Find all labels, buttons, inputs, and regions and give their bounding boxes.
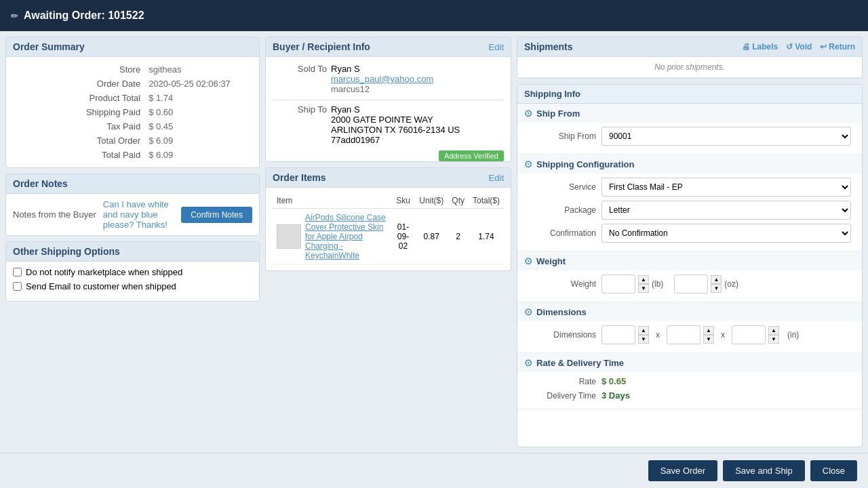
weight-body: Weight ▲ ▼ (lb) ▲ — [517, 270, 862, 302]
order-notes-body: Notes from the Buyer Can I have white an… — [6, 194, 259, 235]
row-label: Order Date — [13, 77, 144, 91]
dim2-up[interactable]: ▲ — [703, 326, 714, 335]
dim1-down[interactable]: ▼ — [638, 335, 649, 344]
weight-oz-spinners: ▲ ▼ — [711, 275, 722, 293]
ship-from-select[interactable]: 90001 — [601, 127, 851, 146]
ship-config-arrow-icon: ⊙ — [524, 159, 532, 169]
rate-delivery-body: Rate $ 0.65 Delivery Time 3 Days — [517, 372, 862, 409]
row-value: $ 1.74 — [144, 91, 252, 105]
item-name: AirPods Silicone Case Cover Protective S… — [305, 213, 387, 260]
return-button[interactable]: ↩ Return — [820, 42, 855, 52]
row-value: $ 0.45 — [144, 119, 252, 134]
main-content: Order Summary StoresgitheasOrder Date202… — [0, 31, 868, 453]
items-table: ItemSkuUnit($)QtyTotal($) AirPods Silico… — [273, 193, 504, 265]
save-order-button[interactable]: Save Order — [648, 460, 717, 481]
shipments-header: Shipments 🖨 Labels ↺ Void ↩ Return — [517, 37, 862, 57]
sold-to-section: Sold To Ryan S marcus_paul@yahoo.com mar… — [273, 64, 504, 94]
dim1-up[interactable]: ▲ — [638, 326, 649, 335]
rate-delivery-section: ⊙ Rate & Delivery Time Rate $ 0.65 Deliv… — [517, 353, 862, 409]
checkbox-row-1: Do not notify marketplace when shipped — [13, 267, 252, 277]
order-summary-row: Total Paid$ 6.09 — [13, 148, 252, 162]
dimensions-arrow-icon: ⊙ — [524, 306, 532, 317]
shipping-info-header: Shipping Info — [517, 85, 862, 104]
package-row: Package Letter — [528, 201, 851, 220]
dim3-down[interactable]: ▼ — [768, 335, 779, 344]
ship-from-section-title: Ship From — [536, 108, 580, 119]
table-row: AirPods Silicone Case Cover Protective S… — [273, 209, 504, 265]
row-label: Shipping Paid — [13, 105, 144, 119]
ship-from-body: Ship From 90001 — [517, 123, 862, 154]
ship-config-section-title: Shipping Configuration — [536, 159, 634, 169]
dim2-down[interactable]: ▼ — [703, 335, 714, 344]
buyer-edit-button[interactable]: Edit — [489, 42, 504, 52]
shipping-info-title: Shipping Info — [524, 89, 580, 99]
weight-section-header: ⊙ Weight — [517, 251, 862, 270]
order-summary-row: Order Date2020-05-25 02:06:37 — [13, 77, 252, 91]
weight-oz-input[interactable] — [674, 274, 708, 293]
weight-lb-input[interactable] — [601, 274, 635, 293]
weight-section: ⊙ Weight Weight ▲ ▼ (lb) — [517, 251, 862, 302]
other-shipping-panel: Other Shipping Options Do not notify mar… — [5, 241, 260, 302]
dim2-input[interactable] — [667, 325, 701, 344]
ship-to-label: Ship To — [273, 104, 327, 145]
dim1-input[interactable] — [601, 325, 635, 344]
shipments-title: Shipments — [524, 41, 573, 52]
no-notify-checkbox[interactable] — [13, 268, 22, 277]
column-header: Qty — [448, 193, 469, 209]
order-summary-row: Total Order$ 6.09 — [13, 134, 252, 148]
sold-to-username: marcus12 — [331, 84, 433, 94]
void-button[interactable]: ↺ Void — [786, 42, 812, 52]
order-summary-table: StoresgitheasOrder Date2020-05-25 02:06:… — [13, 62, 252, 162]
confirm-notes-button[interactable]: Confirm Notes — [181, 207, 252, 223]
weight-lb-down[interactable]: ▼ — [638, 284, 649, 293]
weight-lb-up[interactable]: ▲ — [638, 275, 649, 284]
qty-cell: 2 — [448, 209, 469, 265]
ship-from-arrow-icon: ⊙ — [524, 108, 532, 119]
ship-to-details: Ryan S 2000 GATE POINTE WAY ARLINGTON TX… — [331, 104, 460, 145]
total-cell: 1.74 — [469, 209, 504, 265]
notes-row: Notes from the Buyer Can I have white an… — [13, 199, 252, 230]
order-summary-title: Order Summary — [13, 41, 85, 52]
confirmation-row: Confirmation No Confirmation — [528, 224, 851, 243]
buyer-info-title: Buyer / Recipient Info — [273, 41, 370, 52]
row-value: $ 0.60 — [144, 105, 252, 119]
dim3-input[interactable] — [732, 325, 766, 344]
close-button[interactable]: Close — [810, 460, 857, 481]
delivery-time-label: Delivery Time — [528, 391, 596, 401]
dim1-spinners: ▲ ▼ — [638, 326, 649, 344]
labels-button[interactable]: 🖨 Labels — [742, 42, 778, 52]
package-select[interactable]: Letter — [601, 201, 851, 220]
order-summary-panel: Order Summary StoresgitheasOrder Date202… — [5, 37, 260, 168]
order-items-panel: Order Items Edit ItemSkuUnit($)QtyTotal(… — [265, 167, 511, 271]
dim3-up[interactable]: ▲ — [768, 326, 779, 335]
sold-to-name: Ryan S — [331, 64, 433, 74]
service-select[interactable]: First Class Mail - EP — [601, 178, 851, 197]
ship-to-address2: ARLINGTON TX 76016-2134 US — [331, 125, 460, 135]
rate-delivery-section-header: ⊙ Rate & Delivery Time — [517, 353, 862, 372]
sold-to-label: Sold To — [273, 64, 327, 94]
items-edit-button[interactable]: Edit — [489, 173, 504, 183]
row-label: Product Total — [13, 91, 144, 105]
send-email-checkbox[interactable] — [13, 282, 22, 291]
row-value: 2020-05-25 02:06:37 — [144, 77, 252, 91]
dimensions-row: Dimensions ▲ ▼ x ▲ — [528, 325, 851, 344]
service-row: Service First Class Mail - EP — [528, 178, 851, 197]
right-column: Shipments 🖨 Labels ↺ Void ↩ Return No pr… — [517, 37, 863, 447]
header: ✏ Awaiting Order: 101522 — [0, 0, 868, 31]
dim3-spinners: ▲ ▼ — [768, 326, 779, 344]
order-notes-title: Order Notes — [13, 178, 68, 189]
confirmation-select[interactable]: No Confirmation — [601, 224, 851, 243]
shipments-panel: Shipments 🖨 Labels ↺ Void ↩ Return No pr… — [517, 37, 863, 79]
row-value: $ 6.09 — [144, 148, 252, 162]
confirmation-label: Confirmation — [528, 228, 596, 238]
other-shipping-title: Other Shipping Options — [13, 246, 120, 257]
column-header: Sku — [391, 193, 416, 209]
item-thumbnail — [277, 224, 301, 249]
order-items-title: Order Items — [273, 172, 326, 183]
ship-from-section: ⊙ Ship From Ship From 90001 — [517, 104, 862, 155]
sold-to-details: Ryan S marcus_paul@yahoo.com marcus12 — [331, 64, 433, 94]
row-label: Store — [13, 62, 144, 77]
save-ship-button[interactable]: Save and Ship — [723, 460, 805, 481]
weight-oz-down[interactable]: ▼ — [711, 284, 722, 293]
weight-oz-up[interactable]: ▲ — [711, 275, 722, 284]
